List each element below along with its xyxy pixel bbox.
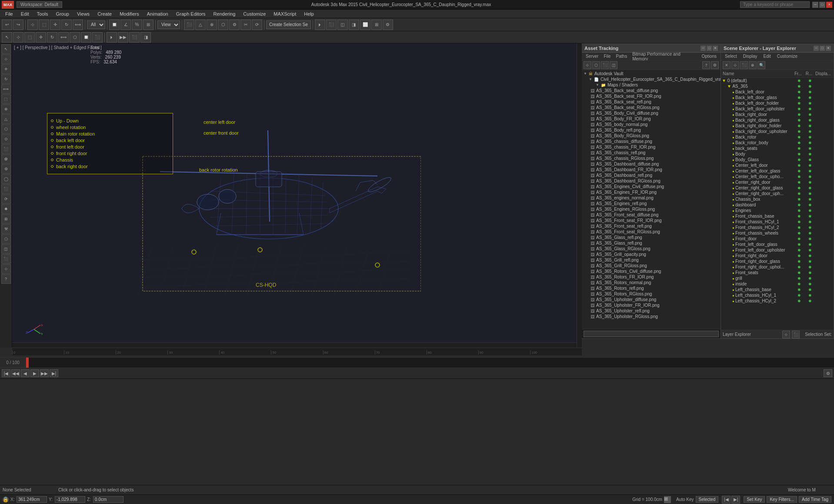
render-btn-7[interactable]: ⚙ [383, 20, 393, 30]
render-btn-1[interactable]: ⏵ [315, 20, 325, 30]
scene-tree-item[interactable]: ● Front_right_door_uphol...✱✱ [721, 264, 834, 270]
scene-tree-item[interactable]: ● Front_seats✱✱ [721, 270, 834, 275]
asset-file-row[interactable]: 🖼AS_365_Rotors_FR_IOR.png [582, 274, 721, 280]
tool-btn-6[interactable]: ✂ [240, 20, 251, 30]
menu-edit[interactable]: Edit [17, 10, 33, 17]
scene-menu-edit[interactable]: Edit [761, 53, 773, 59]
scene-tree-item[interactable]: ● Front_left_door_upholster✱✱ [721, 247, 834, 253]
scene-tree-item[interactable]: ● Center_right_door_uph...✱✱ [721, 191, 834, 196]
select-region-button[interactable]: ⬚ [39, 20, 49, 30]
menu-group[interactable]: Group [52, 10, 73, 17]
scene-tree-item[interactable]: ● Body✱✱ [721, 151, 834, 157]
asset-search-input[interactable] [584, 331, 719, 337]
asset-file-row[interactable]: 🖼AS_365_Back_seat_refl.png [582, 99, 721, 105]
left-tool-10[interactable]: ⊙ [1, 134, 11, 144]
sub-render-2[interactable]: ▶▶ [118, 32, 128, 43]
scene-tree-item[interactable]: ● Front_chassis_wheels✱✱ [721, 230, 834, 236]
left-tool-5[interactable]: ⟺ [1, 84, 11, 94]
menu-file[interactable]: File [2, 10, 17, 17]
sub-tool-6[interactable]: ⟺ [58, 32, 69, 43]
scene-tool-4[interactable]: ⊕ [749, 61, 757, 69]
menu-rendering[interactable]: Rendering [210, 10, 239, 17]
asset-file-row[interactable]: 🖼AS_365_Front_seat_FR_IOR.png [582, 218, 721, 223]
z-input[interactable] [93, 496, 123, 503]
asset-file-row[interactable]: 🖼AS_365_chassis_diffuse.png [582, 139, 721, 144]
asset-file-row[interactable]: 🖼AS_365_Engines_refl.png [582, 201, 721, 206]
snap-toggle[interactable]: 🔲 [109, 20, 120, 30]
asset-file-row[interactable]: 🖼AS_365_Engines_FR_IOR.png [582, 189, 721, 195]
render-btn-3[interactable]: ◫ [337, 20, 348, 30]
scene-tree-item[interactable]: ● Left_chassis_HCyl_1✱✱ [721, 292, 834, 298]
scene-tree-item[interactable]: ● Back_right_door_holder✱✱ [721, 123, 834, 129]
render-btn-4[interactable]: ◨ [349, 20, 359, 30]
asset-file-row[interactable]: 🖼AS_365_Upholster_FR_IOR.png [582, 302, 721, 308]
scene-tree-item[interactable]: ● Front_right_door_glass✱✱ [721, 259, 834, 264]
asset-file-row[interactable]: 🖼AS_365_Grill_RGloss.png [582, 263, 721, 269]
scene-tree-item[interactable]: ● Back_left_door✱✱ [721, 89, 834, 95]
prev-keyframe-button[interactable]: ◀◀ [11, 369, 20, 377]
key-filters-button[interactable]: Key Filters... [767, 496, 797, 503]
sub-tool-4[interactable]: ✛ [36, 32, 46, 43]
view-dropdown[interactable]: View [157, 20, 180, 29]
timeline-thumb[interactable] [26, 358, 29, 368]
asset-file-row[interactable]: 🖼AS_365_Rotors_refl.png [582, 285, 721, 291]
left-tool-6[interactable]: ⬚ [1, 94, 11, 104]
render-btn-5[interactable]: ⬜ [360, 20, 370, 30]
left-tool-11[interactable]: ⬛ [1, 144, 11, 154]
grid-icon[interactable]: ⊞ [664, 496, 671, 503]
asset-file-row[interactable]: 🖼AS_365_Upholster_diffuse.png [582, 297, 721, 302]
maximize-button[interactable]: □ [819, 2, 825, 8]
next-keyframe-button[interactable]: ▶▶ [40, 369, 49, 377]
undo-button[interactable]: ↩ [2, 20, 12, 30]
left-tool-4[interactable]: ↻ [1, 74, 11, 84]
scene-tree-item[interactable]: ● Front_chassis_HCyl_2✱✱ [721, 225, 834, 230]
asset-menu-bitmap[interactable]: Bitmap Performance and Memory [630, 51, 698, 62]
select-button[interactable]: ⊹ [27, 20, 38, 30]
minimize-button[interactable]: ─ [812, 2, 818, 8]
viewport-vscrollbar[interactable] [577, 43, 582, 348]
scene-tree-item[interactable]: ● Left_chassis_HCyl_2✱✱ [721, 298, 834, 304]
scene-tree-item[interactable]: ● Back_left_door_holder✱✱ [721, 100, 834, 106]
redo-button[interactable]: ↪ [13, 20, 23, 30]
scene-tree-item[interactable]: ● grill✱✱ [721, 275, 834, 281]
left-tool-18[interactable]: ⊞ [1, 214, 11, 224]
scene-menu-display[interactable]: Display [741, 53, 760, 59]
scene-tool-1[interactable]: ✕ [723, 61, 731, 69]
scene-tree-item[interactable]: ● Back_left_door_upholster✱✱ [721, 106, 834, 112]
left-tool-16[interactable]: ⟳ [1, 194, 11, 204]
sub-render-1[interactable]: ⏵ [107, 32, 117, 43]
scene-tree-item[interactable]: ● Back_rotor✱✱ [721, 134, 834, 140]
asset-file-row[interactable]: 🖼AS_365_Glass_refl.png [582, 240, 721, 246]
menu-modifiers[interactable]: Modifiers [116, 10, 143, 17]
scene-tree-item[interactable]: ● Front_left_door_glass✱✱ [721, 242, 834, 247]
menu-graph-editors[interactable]: Graph Editors [173, 10, 209, 17]
tree-root[interactable]: ▼ 🏛 Autodesk Vault [582, 71, 721, 76]
asset-file-row[interactable]: 🖼AS_365_Body_RGloss.png [582, 133, 721, 139]
play-back-button[interactable]: ◀ [21, 369, 30, 377]
left-tool-3[interactable]: ✛ [1, 64, 11, 74]
close-button[interactable]: ✕ [826, 2, 832, 8]
scene-panel-close[interactable]: ✕ [826, 46, 831, 51]
scene-tree-item[interactable]: ▼ 0 (default)✱✱ [721, 78, 834, 83]
left-tool-8[interactable]: △ [1, 114, 11, 124]
sub-tool-5[interactable]: ↻ [47, 32, 57, 43]
left-tool-12[interactable]: ✿ [1, 154, 11, 164]
left-tool-1[interactable]: ↖ [1, 44, 11, 54]
asset-tool-3[interactable]: ⬛ [601, 61, 609, 69]
asset-file-row[interactable]: 🖼AS_365_Engines_RGloss.png [582, 206, 721, 212]
asset-file-row[interactable]: 🖼AS_365_Body_Civil_diffuse.png [582, 110, 721, 116]
render-btn-6[interactable]: ⊞ [371, 20, 382, 30]
key-next-btn[interactable]: ▶| [731, 496, 740, 504]
left-tool-22[interactable]: ⬛ [1, 254, 11, 264]
scene-tree-item[interactable]: ● dashboard✱✱ [721, 202, 834, 208]
asset-file-row[interactable]: 🖼AS_365_Rotors_RGloss.png [582, 291, 721, 297]
scene-tree-item[interactable]: ● Back_right_door✱✱ [721, 112, 834, 117]
asset-file-row[interactable]: 🖼AS_365_Rotors_normal.png [582, 280, 721, 285]
asset-file-row[interactable]: 🖼AS_365_Dashboard_diffuse.png [582, 161, 721, 167]
scene-panel-restore[interactable]: □ [820, 46, 825, 51]
scene-tree[interactable]: ▼ 0 (default)✱✱▼ AS_365✱✱● Back_left_doo… [721, 78, 834, 330]
scene-tree-item[interactable]: ● Back_right_door_glass✱✱ [721, 117, 834, 123]
menu-animation[interactable]: Animation [143, 10, 172, 17]
scene-menu-customize[interactable]: Customize [775, 53, 800, 59]
asset-file-row[interactable]: 🖼AS_365_Dashboard_RGloss.png [582, 178, 721, 184]
